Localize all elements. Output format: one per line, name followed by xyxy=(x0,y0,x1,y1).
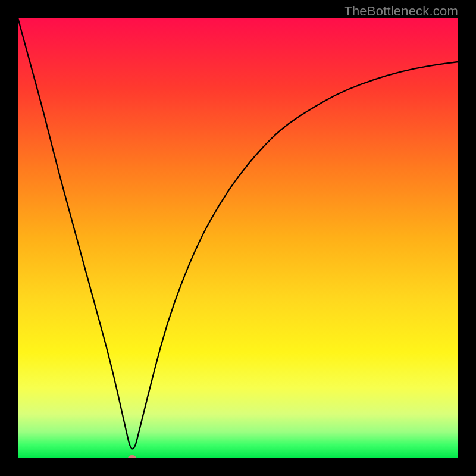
plot-area xyxy=(18,18,458,458)
chart-frame: TheBottleneck.com xyxy=(0,0,476,476)
curve-svg xyxy=(18,18,458,458)
watermark-text: TheBottleneck.com xyxy=(344,4,458,19)
minimum-marker xyxy=(128,455,136,458)
bottleneck-curve xyxy=(18,18,458,449)
